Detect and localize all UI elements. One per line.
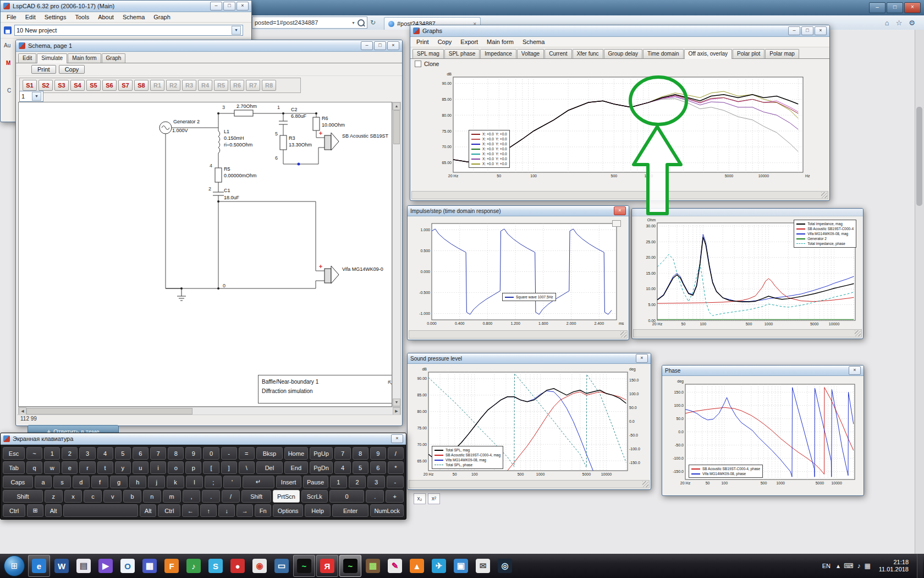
show-desktop-button[interactable]: [917, 554, 923, 578]
key-3[interactable]: 3: [79, 447, 95, 460]
project-select[interactable]: 10 New project ▼: [14, 25, 243, 36]
key-space[interactable]: ]: [221, 461, 237, 474]
tab-xfer-func[interactable]: Xfer func: [573, 49, 603, 58]
address-bar[interactable]: posted=1#post2434887 ▼: [252, 17, 367, 29]
key-z[interactable]: z: [45, 490, 63, 503]
button-s7[interactable]: S7: [118, 80, 133, 91]
key-space[interactable]: *: [388, 461, 404, 474]
address-dropdown-icon[interactable]: ▼: [351, 21, 355, 25]
key-x[interactable]: x: [64, 490, 82, 503]
skype-icon[interactable]: S: [205, 555, 226, 576]
key-scrlk[interactable]: ScrLk: [301, 490, 328, 503]
button-s8[interactable]: S8: [134, 80, 148, 91]
key-shift[interactable]: Shift: [241, 490, 271, 503]
close-button[interactable]: ×: [636, 354, 648, 363]
key-c[interactable]: c: [84, 490, 102, 503]
key-y[interactable]: y: [115, 461, 131, 474]
menu-settings[interactable]: Settings: [41, 13, 70, 21]
superscript-button[interactable]: x²: [428, 493, 440, 504]
menu-graph[interactable]: Graph: [150, 13, 174, 21]
chevron-down-icon[interactable]: ▼: [32, 92, 41, 101]
key-r[interactable]: r: [79, 461, 95, 474]
key-end[interactable]: End: [284, 461, 308, 474]
menu-tools[interactable]: Tools: [71, 13, 93, 21]
key-alt[interactable]: Alt: [140, 504, 156, 517]
key-i[interactable]: i: [150, 461, 166, 474]
volume-icon[interactable]: ♪: [857, 562, 860, 570]
tab-current[interactable]: Current: [544, 49, 571, 58]
lspcad-icon[interactable]: ~: [339, 555, 361, 577]
telegram-icon[interactable]: ✈: [428, 555, 449, 576]
key-insert[interactable]: Insert: [276, 476, 301, 488]
phase-titlebar[interactable]: Phase ×: [662, 366, 864, 376]
network-icon[interactable]: ▦: [864, 562, 870, 570]
vertical-scrollbar[interactable]: ▲ ▼: [392, 102, 401, 407]
key-enter[interactable]: Enter: [332, 504, 369, 517]
button-s5[interactable]: S5: [86, 80, 101, 91]
key-shift[interactable]: Shift: [3, 490, 43, 503]
key-space[interactable]: ↓: [218, 504, 235, 517]
key-u[interactable]: u: [133, 461, 148, 474]
key-a[interactable]: a: [35, 476, 52, 488]
key-l[interactable]: l: [186, 476, 203, 488]
key-space[interactable]: +: [386, 490, 404, 503]
print-button[interactable]: Print: [31, 65, 56, 74]
key-n[interactable]: n: [143, 490, 161, 503]
key-0[interactable]: 0: [329, 490, 365, 503]
key-space[interactable]: ←: [182, 504, 199, 517]
key-o[interactable]: o: [168, 461, 184, 474]
key-w[interactable]: w: [44, 461, 60, 474]
photos-icon[interactable]: ▣: [450, 555, 471, 576]
graphs-titlebar[interactable]: Graphs – □ ×: [410, 25, 829, 37]
close-button[interactable]: ×: [237, 2, 249, 10]
tray-expand-icon[interactable]: ▴: [837, 562, 840, 570]
key-9[interactable]: 9: [185, 447, 201, 460]
key-f[interactable]: f: [91, 476, 108, 488]
key-4[interactable]: 4: [97, 447, 113, 460]
tab-polar-plot[interactable]: Polar plot: [733, 49, 765, 58]
refresh-icon[interactable]: ↻: [367, 17, 378, 28]
key-space[interactable]: [63, 504, 138, 517]
key-1[interactable]: 1: [330, 476, 347, 488]
key-b[interactable]: b: [123, 490, 141, 503]
key-p[interactable]: p: [185, 461, 201, 474]
key-space[interactable]: \: [239, 461, 255, 474]
button-s1[interactable]: S1: [23, 80, 37, 91]
chrome-icon[interactable]: ◉: [249, 555, 270, 576]
key-9[interactable]: 9: [370, 447, 386, 460]
subscript-button[interactable]: x₂: [414, 493, 426, 504]
key-s[interactable]: s: [53, 476, 70, 488]
minimize-button[interactable]: –: [210, 2, 222, 10]
firefox-icon[interactable]: F: [161, 555, 182, 576]
tab-graph[interactable]: Graph: [102, 53, 126, 63]
key-space[interactable]: /: [222, 490, 240, 503]
maximize-button[interactable]: □: [223, 2, 235, 10]
graphs-menu-main-form[interactable]: Main form: [483, 38, 518, 46]
browser-maximize-button[interactable]: □: [887, 2, 903, 13]
tab-simulate[interactable]: Simulate: [37, 53, 67, 63]
key-g[interactable]: g: [110, 476, 127, 488]
button-r8[interactable]: R8: [262, 80, 276, 91]
key-space[interactable]: =: [239, 447, 255, 460]
graphs-menu-schema[interactable]: Schema: [519, 38, 548, 46]
favorites-star-icon[interactable]: ☆: [896, 19, 903, 27]
key-space[interactable]: ↵: [243, 476, 274, 488]
maximize-button[interactable]: □: [801, 26, 813, 35]
maximize-button[interactable]: □: [374, 41, 386, 50]
close-button[interactable]: ×: [849, 366, 861, 375]
chevron-down-icon[interactable]: ▼: [232, 26, 241, 35]
tab-impedance[interactable]: Impedance: [480, 49, 516, 58]
impulse-titlebar[interactable]: Impulse/step (time domain response) ×: [408, 206, 629, 216]
key-space[interactable]: .: [202, 490, 220, 503]
key-pgdn[interactable]: PgDn: [310, 461, 333, 474]
button-r6[interactable]: R6: [230, 80, 244, 91]
button-s3[interactable]: S3: [54, 80, 69, 91]
save-icon[interactable]: [4, 26, 12, 34]
key-8[interactable]: 8: [168, 447, 184, 460]
tab-polar-map[interactable]: Polar map: [765, 49, 799, 58]
tab-group-delay[interactable]: Group delay: [604, 49, 642, 58]
key-j[interactable]: j: [148, 476, 165, 488]
key-fn[interactable]: Fn: [255, 504, 271, 517]
schema-titlebar[interactable]: Schema, page 1 – □ ×: [16, 40, 402, 52]
key-k[interactable]: k: [167, 476, 184, 488]
